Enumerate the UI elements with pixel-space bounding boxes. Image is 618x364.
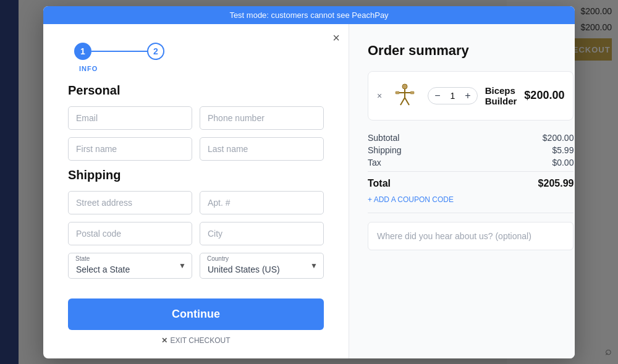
total-label: Total [368,178,391,189]
street-address-field[interactable] [68,191,192,214]
exit-checkout-link[interactable]: ✕ EXIT CHECKOUT [68,336,324,345]
pricing-rows: Subtotal $200.00 Shipping $5.99 Tax $0.0… [368,133,574,189]
left-panel: × 1 2 INFO Personal [43,24,349,358]
quantity-decrease-button[interactable]: − [428,88,446,104]
country-wrapper: Country United States (US) ▼ [200,253,324,279]
order-summary-title: Order summary [368,43,574,59]
shipping-heading: Shipping [68,168,324,182]
steps-label: INFO [68,65,324,72]
quantity-increase-button[interactable]: + [459,88,476,104]
state-country-row: State Select a State ▼ Country United St… [68,253,324,279]
continue-button[interactable]: Continue [68,298,324,330]
tax-value: $0.00 [552,158,574,167]
subtotal-value: $200.00 [543,133,574,143]
svg-rect-5 [396,91,399,94]
city-field[interactable] [200,222,324,245]
shipping-row: Shipping $5.99 [368,145,574,155]
quantity-control: − 1 + [428,87,477,104]
steps-indicator: 1 2 [68,43,324,60]
total-row: Total $205.99 [368,171,574,189]
modal-body: × 1 2 INFO Personal [43,24,575,358]
apt-field[interactable] [200,191,324,214]
personal-heading: Personal [68,83,324,98]
checkout-modal: Test mode: customers cannot see PeachPay… [43,6,575,358]
step-2-circle: 2 [147,43,164,60]
subtotal-row: Subtotal $200.00 [368,133,574,143]
phone-field[interactable] [200,106,324,130]
referral-field[interactable] [368,222,574,250]
test-mode-banner: Test mode: customers cannot see PeachPay [43,6,575,24]
total-value: $205.99 [538,178,574,189]
tax-row: Tax $0.00 [368,158,574,167]
subtotal-label: Subtotal [368,133,399,143]
step-1-circle: 1 [74,43,91,60]
quantity-value: 1 [447,91,459,101]
email-phone-row [68,106,324,130]
svg-line-4 [405,98,409,105]
exit-x-icon: ✕ [161,336,167,345]
last-name-field[interactable] [200,137,324,161]
tax-label: Tax [368,158,381,167]
right-panel: Order summary × [349,24,575,358]
svg-rect-6 [410,91,414,94]
email-field[interactable] [68,106,192,130]
name-row [68,137,324,161]
shipping-value: $5.99 [552,145,574,155]
state-select[interactable]: Select a State [68,253,192,279]
shipping-label: Shipping [368,145,402,155]
product-icon [391,82,419,110]
remove-product-button[interactable]: × [377,91,382,101]
close-button[interactable]: × [332,32,340,44]
state-wrapper: State Select a State ▼ [68,253,192,279]
country-select[interactable]: United States (US) [200,253,324,279]
postal-code-field[interactable] [68,222,192,245]
divider [368,213,574,213]
modal-overlay: Test mode: customers cannot see PeachPay… [0,0,618,364]
postal-city-row [68,222,324,245]
product-card: × [368,71,574,121]
product-name: Biceps Builder [485,85,517,106]
svg-line-3 [400,98,405,105]
product-price: $200.00 [524,89,564,102]
first-name-field[interactable] [68,137,192,161]
step-line [91,51,147,52]
coupon-code-link[interactable]: + ADD A COUPON CODE [368,195,574,204]
product-image [389,80,420,111]
street-row [68,191,324,214]
svg-point-0 [402,84,407,89]
